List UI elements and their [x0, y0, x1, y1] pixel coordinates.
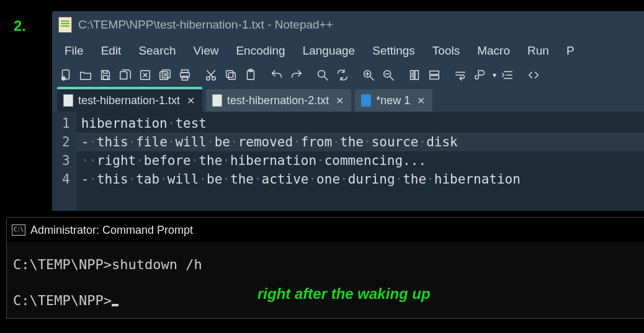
open-folder-icon[interactable]: [77, 67, 94, 83]
menu-language[interactable]: Language: [294, 40, 364, 61]
svg-rect-36: [430, 71, 439, 75]
line-number-gutter: 1 2 3 4: [52, 112, 76, 211]
show-all-chars-icon[interactable]: [472, 67, 489, 83]
tab-new-1[interactable]: *new 1 ✕: [355, 89, 432, 112]
tab-close-icon[interactable]: ✕: [334, 95, 345, 107]
menu-view[interactable]: View: [185, 40, 228, 61]
svg-point-16: [207, 77, 210, 81]
menu-macro[interactable]: Macro: [468, 40, 519, 61]
svg-line-27: [370, 77, 374, 81]
svg-line-31: [390, 77, 394, 81]
tab-close-icon[interactable]: ✕: [415, 95, 426, 107]
svg-rect-34: [415, 71, 419, 80]
cmd-window: Administrator: Command Prompt C:\TEMP\NP…: [6, 217, 644, 319]
svg-rect-15: [182, 76, 187, 80]
svg-line-25: [324, 77, 328, 81]
code-line: ··right·before·the·hibernation·commencin…: [81, 153, 426, 168]
notepadpp-editor[interactable]: 1 2 3 4 hibernation·test -·this·file·wil…: [52, 112, 644, 211]
dropdown-caret-icon[interactable]: ▾: [491, 71, 496, 79]
close-all-icon[interactable]: [156, 67, 174, 83]
line-number: 3: [62, 151, 70, 170]
word-wrap-icon[interactable]: [452, 67, 469, 83]
tab-close-icon[interactable]: ✕: [185, 95, 196, 107]
svg-point-24: [318, 71, 325, 78]
print-icon[interactable]: [176, 67, 194, 83]
redo-icon[interactable]: [288, 67, 305, 83]
svg-rect-5: [103, 76, 107, 79]
notepadpp-toolbar: ▾: [52, 63, 644, 87]
code-line: -·this·file·will·be·removed·from·the·sou…: [76, 133, 644, 151]
file-icon: [361, 94, 371, 107]
code-line: hibernation·test: [81, 116, 207, 131]
notepadpp-tabbar: test-hibernation-1.txt ✕ test-hibernatio…: [52, 87, 644, 112]
notepadpp-menubar: File Edit Search View Encoding Language …: [52, 38, 644, 63]
line-number: 1: [62, 114, 70, 133]
cut-icon[interactable]: [202, 67, 220, 83]
undo-icon[interactable]: [268, 67, 285, 83]
replace-icon[interactable]: [334, 67, 351, 83]
find-icon[interactable]: [314, 67, 331, 83]
svg-rect-20: [228, 73, 235, 79]
cmd-title: Administrator: Command Prompt: [30, 224, 193, 237]
zoom-in-icon[interactable]: [360, 67, 377, 83]
sync-horizontal-icon[interactable]: [426, 67, 443, 83]
annotation-label: right after the waking up: [257, 285, 431, 303]
menu-edit[interactable]: Edit: [92, 40, 130, 61]
code-area[interactable]: hibernation·test -·this·file·will·be·rem…: [76, 112, 644, 211]
cmd-line: C:\TEMP\NPP>shutdown /h: [13, 256, 638, 273]
cmd-body[interactable]: C:\TEMP\NPP>shutdown /h C:\TEMP\NPP>: [7, 242, 644, 318]
tab-label: test-hibernation-2.txt: [227, 94, 329, 107]
file-icon: [212, 94, 222, 107]
copy-icon[interactable]: [222, 67, 239, 83]
save-all-icon[interactable]: [117, 67, 134, 83]
sync-vertical-icon[interactable]: [406, 67, 423, 83]
menu-plugins-truncated[interactable]: P: [558, 40, 583, 61]
svg-point-17: [212, 77, 216, 81]
menu-run[interactable]: Run: [519, 40, 558, 61]
save-icon[interactable]: [97, 67, 114, 83]
indent-guide-icon[interactable]: [499, 67, 516, 83]
notepadpp-app-icon: [58, 17, 72, 33]
file-icon: [63, 94, 73, 107]
new-file-icon[interactable]: [57, 67, 74, 83]
tab-test-hibernation-1[interactable]: test-hibernation-1.txt ✕: [57, 87, 202, 112]
line-number: 2: [62, 133, 70, 151]
notepadpp-window: C:\TEMP\NPP\test-hibernation-1.txt - Not…: [52, 11, 644, 211]
paste-icon[interactable]: [242, 67, 259, 83]
zoom-out-icon[interactable]: [380, 67, 397, 83]
tab-label: test-hibernation-1.txt: [78, 94, 180, 107]
svg-rect-37: [430, 76, 439, 79]
menu-tools[interactable]: Tools: [424, 40, 468, 61]
tab-test-hibernation-2[interactable]: test-hibernation-2.txt ✕: [206, 89, 351, 112]
menu-settings[interactable]: Settings: [364, 40, 424, 61]
menu-file[interactable]: File: [56, 40, 92, 61]
tab-label: *new 1: [376, 94, 410, 107]
svg-rect-21: [226, 71, 233, 78]
menu-encoding[interactable]: Encoding: [227, 40, 293, 61]
cmd-titlebar[interactable]: Administrator: Command Prompt: [7, 218, 644, 242]
svg-rect-4: [103, 71, 107, 74]
menu-search[interactable]: Search: [130, 40, 184, 61]
cursor-icon: [112, 304, 119, 306]
code-block-icon[interactable]: [525, 67, 542, 83]
close-icon[interactable]: [136, 67, 154, 83]
step-number-label: 2.: [14, 17, 26, 35]
notepadpp-titlebar[interactable]: C:\TEMP\NPP\test-hibernation-1.txt - Not…: [52, 11, 644, 38]
cmd-app-icon: [12, 224, 25, 236]
line-number: 4: [62, 170, 70, 189]
code-line: -·this·tab·will·be·the·active·one·during…: [81, 172, 521, 187]
notepadpp-title: C:\TEMP\NPP\test-hibernation-1.txt - Not…: [78, 18, 333, 32]
